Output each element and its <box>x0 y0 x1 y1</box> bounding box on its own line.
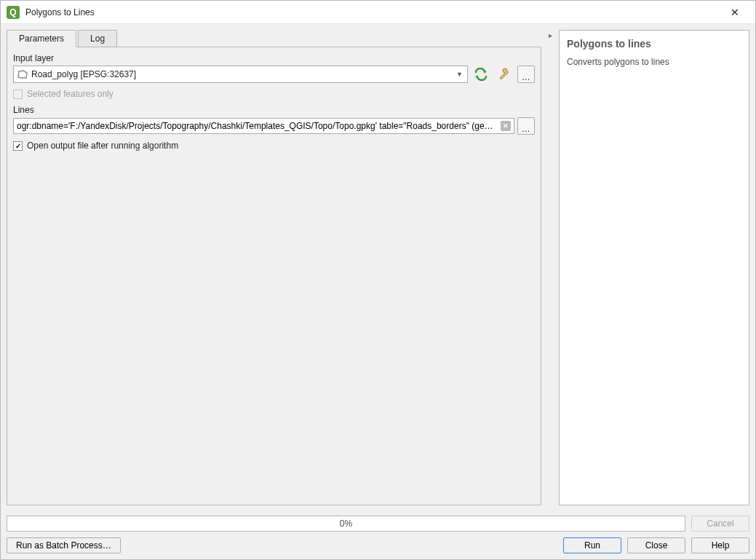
tab-log-label: Log <box>90 33 105 44</box>
open-output-row[interactable]: Open output file after running algorithm <box>13 141 535 151</box>
progress-text: 0% <box>340 518 352 529</box>
input-layer-browse-button[interactable]: … <box>517 66 535 83</box>
dialog-window: Q Polygons to Lines ✕ Parameters Log Inp… <box>0 0 756 560</box>
app-icon: Q <box>7 6 20 19</box>
batch-button-label: Run as Batch Process… <box>16 540 111 551</box>
help-button-label: Help <box>712 540 730 551</box>
output-lines-value: ogr:dbname='F:/YandexDisk/Projects/Topog… <box>17 121 496 131</box>
selected-features-only-checkbox <box>13 90 23 99</box>
output-lines-browse-button[interactable]: … <box>517 117 535 135</box>
input-layer-combo[interactable]: Road_polyg [EPSG:32637] ▼ <box>13 66 468 83</box>
help-description: Converts polygons to lines <box>567 57 741 67</box>
input-layer-label: Input layer <box>13 53 535 63</box>
buttons-row: Run as Batch Process… Run Close Help <box>7 537 749 553</box>
advanced-options-button[interactable] <box>494 66 514 83</box>
iterate-button[interactable] <box>471 66 491 83</box>
iterate-icon <box>473 68 489 81</box>
cancel-button[interactable]: Cancel <box>691 516 749 532</box>
output-lines-label: Lines <box>13 105 535 115</box>
chevron-right-icon: ▸ <box>549 31 552 39</box>
parameters-pane: Parameters Log Input layer Road_polyg [E <box>7 30 541 505</box>
close-icon[interactable]: ✕ <box>720 1 749 23</box>
batch-button[interactable]: Run as Batch Process… <box>7 537 121 553</box>
help-title: Polygons to lines <box>567 38 741 50</box>
parameters-body: Input layer Road_polyg [EPSG:32637] ▼ <box>7 47 541 505</box>
help-collapser[interactable]: ▸ <box>546 30 554 505</box>
selected-features-only-label: Selected features only <box>27 89 114 99</box>
window-title: Polygons to Lines <box>25 7 95 17</box>
output-lines-row: ogr:dbname='F:/YandexDisk/Projects/Topog… <box>13 117 535 135</box>
dialog-content: Parameters Log Input layer Road_polyg [E <box>1 24 755 559</box>
polygon-layer-icon <box>17 70 28 79</box>
input-layer-row: Road_polyg [EPSG:32637] ▼ <box>13 66 535 83</box>
upper-area: Parameters Log Input layer Road_polyg [E <box>7 30 749 505</box>
help-pane: Polygons to lines Converts polygons to l… <box>559 30 749 505</box>
chevron-down-icon: ▼ <box>455 71 464 78</box>
tab-parameters-label: Parameters <box>19 33 64 44</box>
titlebar: Q Polygons to Lines ✕ <box>1 1 755 24</box>
open-output-checkbox[interactable] <box>13 141 23 151</box>
selected-features-only-row: Selected features only <box>13 89 535 99</box>
help-button[interactable]: Help <box>691 537 749 553</box>
wrench-icon <box>497 68 512 81</box>
lower-area: 0% Cancel Run as Batch Process… Run Clos… <box>7 505 749 553</box>
help-box: Polygons to lines Converts polygons to l… <box>559 30 749 505</box>
tab-parameters[interactable]: Parameters <box>7 30 76 47</box>
open-output-label: Open output file after running algorithm <box>27 141 178 151</box>
tabstrip: Parameters Log <box>7 30 541 47</box>
progress-row: 0% Cancel <box>7 516 749 532</box>
progress-bar: 0% <box>7 516 685 532</box>
tab-log[interactable]: Log <box>78 30 117 47</box>
cancel-button-label: Cancel <box>707 518 733 529</box>
input-layer-value: Road_polyg [EPSG:32637] <box>31 69 452 79</box>
close-button[interactable]: Close <box>627 537 685 553</box>
output-lines-input[interactable]: ogr:dbname='F:/YandexDisk/Projects/Topog… <box>13 118 514 134</box>
run-button[interactable]: Run <box>563 537 621 553</box>
clear-input-icon[interactable]: ✕ <box>501 121 511 131</box>
run-button-label: Run <box>584 540 600 551</box>
close-button-label: Close <box>645 540 668 551</box>
